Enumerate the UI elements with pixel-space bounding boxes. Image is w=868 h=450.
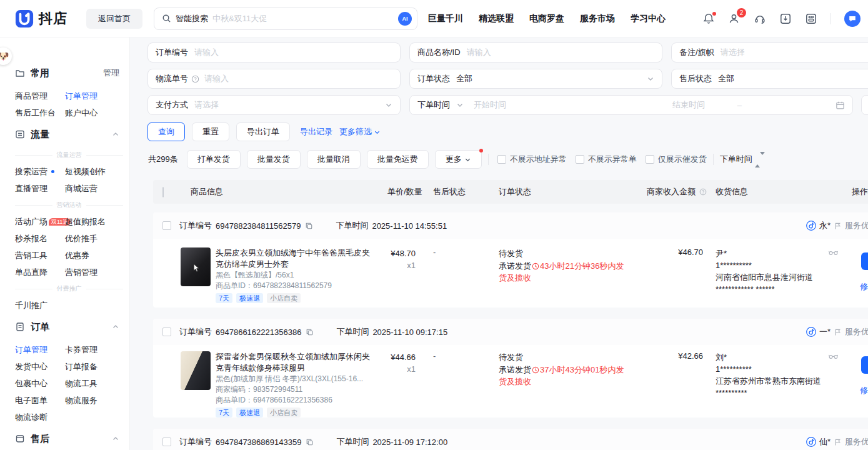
chevron-up-icon[interactable] (112, 323, 119, 331)
sidebar-item-aftersale-workbench[interactable]: 售后工作台 (15, 104, 65, 121)
hide-address-abnormal-checkbox[interactable]: 不展示地址异常 (497, 154, 567, 165)
calendar-icon[interactable] (836, 101, 845, 110)
product-image[interactable] (181, 248, 211, 286)
sidebar-item-ship-center[interactable]: 发货中心 (15, 358, 65, 375)
account-users-icon[interactable]: 2 (728, 12, 741, 25)
filter-clipped[interactable] (861, 95, 868, 115)
export-orders-button[interactable]: 导出订单 (236, 122, 290, 141)
sidebar-item-search-ops[interactable]: 搜索运营 (15, 163, 65, 180)
sidebar-item-order-report[interactable]: 订单报备 (65, 358, 123, 375)
download-center-icon[interactable] (779, 12, 792, 25)
end-time-placeholder[interactable]: 结束时间 (672, 99, 705, 111)
sidebar-item-youjia-tuishou[interactable]: 优价推手 (65, 230, 123, 247)
notification-bell-icon[interactable] (702, 12, 715, 25)
tag-7days: 7天 (216, 293, 232, 303)
manage-link[interactable]: 管理 (103, 68, 119, 79)
question-circle-icon[interactable] (191, 75, 199, 83)
only-urged-checkbox[interactable]: 仅展示催发货 (646, 154, 707, 165)
batch-free-shipping-button[interactable]: 批量免运费 (367, 150, 429, 169)
im-chat-icon[interactable] (844, 11, 861, 27)
filter-tracking-no[interactable]: 物流单号 请输入 (147, 69, 401, 89)
product-title[interactable]: 头层皮衣男立领加绒海宁中年爸爸黑毛皮夹克仿绵羊皮男士外套 (216, 248, 374, 270)
sidebar-item-package-center[interactable]: 包裹中心 (15, 375, 65, 392)
filter-payment[interactable]: 支付方式 请选择 (147, 95, 401, 115)
order-checkbox[interactable] (162, 221, 171, 230)
select-all-checkbox[interactable] (162, 187, 164, 198)
customer-service-icon[interactable] (754, 12, 766, 25)
menu-jingxuan-lianmeng[interactable]: 精选联盟 (479, 13, 514, 24)
order-card-body: 头层皮衣男立领加绒海宁中年爸爸黑毛皮夹克仿绵羊皮男士外套 黑色【甄选加绒】/56… (153, 239, 868, 310)
product-title[interactable]: 探雷者外套男保暖秋冬立领加绒加厚休闲夹克青年绒款修身棒球服男 (216, 351, 374, 374)
workbench-apps-icon[interactable] (805, 12, 817, 25)
app-logo[interactable]: 抖店 (15, 9, 67, 28)
query-button[interactable]: 查询 (147, 122, 185, 141)
modify-address-link[interactable]: 修 (860, 385, 868, 396)
sidebar-item-e-waybill[interactable]: 电子面单 (15, 392, 65, 409)
order-checkbox[interactable] (162, 328, 171, 336)
sidebar-item-qianchuan-promo[interactable]: 千川推广 (15, 297, 65, 314)
sidebar-item-logistics-diagnose[interactable]: 物流诊断 (15, 409, 65, 426)
ai-search-icon[interactable]: AI (398, 12, 412, 26)
nav-divider (831, 13, 831, 24)
sidebar-item-short-video[interactable]: 短视频创作 (65, 163, 123, 180)
income-cell: ¥46.70 (637, 248, 706, 257)
sidebar-item-mall-ops[interactable]: 商城运营 (65, 180, 123, 197)
modify-address-link[interactable]: 修 (860, 281, 868, 292)
filter-time-range[interactable]: 下单时间 开始时间 – 结束时间 (409, 95, 853, 115)
export-log-link[interactable]: 导出记录 (300, 126, 332, 138)
filter-aftersale-status[interactable]: 售后状态 全部 (671, 69, 868, 89)
search-placeholder: 中秋&双11大促 (212, 13, 398, 24)
flag-icon[interactable] (834, 438, 842, 446)
filter-order-status[interactable]: 订单状态 全部 (409, 69, 662, 89)
sidebar-item-marketing-tools[interactable]: 营销工具 (15, 247, 65, 264)
ship-action-button[interactable] (861, 356, 868, 374)
copy-icon[interactable] (306, 438, 314, 446)
reset-button[interactable]: 重置 (192, 122, 229, 141)
sidebar-item-logistics-tools[interactable]: 物流工具 (65, 375, 123, 392)
sidebar-item-logistics-service[interactable]: 物流服务 (65, 392, 123, 409)
promise-shipping: 承诺发货37小时43分钟01秒内发货及揽收 (499, 364, 631, 388)
sidebar-item-activity-plaza[interactable]: 活动广场双11返 (15, 213, 65, 230)
chevron-up-icon[interactable] (112, 131, 119, 138)
batch-ship-button[interactable]: 批量发货 (247, 150, 301, 169)
batch-cancel-button[interactable]: 批量取消 (307, 150, 361, 169)
order-time-sorter[interactable]: 下单时间 (720, 154, 765, 165)
sidebar-item-account-center[interactable]: 账户中心 (65, 104, 123, 121)
sidebar-item-coupon[interactable]: 优惠券 (65, 247, 123, 264)
product-image[interactable] (181, 351, 211, 390)
sidebar-item-live-manage[interactable]: 直播管理 (15, 180, 65, 197)
menu-juliang-qianchuan[interactable]: 巨量千川 (428, 13, 463, 24)
back-home-button[interactable]: 返回首页 (86, 9, 142, 29)
copy-icon[interactable] (305, 222, 313, 230)
chevron-down-icon[interactable] (456, 101, 464, 109)
sidebar-item-card-coupon[interactable]: 卡券管理 (65, 341, 123, 358)
filter-product[interactable]: 商品名称/ID 请输入 (409, 42, 662, 62)
hide-abnormal-order-checkbox[interactable]: 不展示异常单 (576, 154, 637, 165)
filter-order-no[interactable]: 订单编号 请输入 (147, 42, 401, 62)
more-filters-link[interactable]: 更多筛选 (339, 126, 381, 138)
menu-fuwu-shichang[interactable]: 服务市场 (580, 13, 615, 24)
more-button[interactable]: 更多 (435, 150, 482, 169)
chevron-up-icon[interactable] (112, 435, 119, 442)
copy-icon[interactable] (306, 328, 314, 336)
sidebar-item-chaozhi-signup[interactable]: 超值购报名 (65, 213, 123, 230)
filter-remark-flag[interactable]: 备注/旗帜 请选择 (671, 42, 868, 62)
sidebar-item-order-manage[interactable]: 订单管理 (65, 88, 123, 104)
sidebar-item-order-manage-2[interactable]: 订单管理 (15, 341, 65, 358)
search-input[interactable]: 智能搜索 中秋&双11大促 AI (154, 8, 417, 30)
print-ship-button[interactable]: 打单发货 (187, 150, 241, 169)
start-time-placeholder[interactable]: 开始时间 (474, 99, 506, 111)
order-checkbox[interactable] (162, 438, 171, 446)
sidebar-item-single-discount[interactable]: 单品直降 (15, 264, 65, 281)
sidebar-item-seckill-signup[interactable]: 秒杀报名 (15, 230, 65, 247)
privacy-glasses-icon[interactable] (829, 353, 838, 359)
flag-icon[interactable] (834, 328, 842, 336)
buyer-info: 仙* 服务优先 (806, 436, 868, 448)
menu-dianshang-luopan[interactable]: 电商罗盘 (529, 13, 564, 24)
privacy-glasses-icon[interactable] (829, 249, 838, 256)
flag-icon[interactable] (834, 222, 842, 230)
sidebar-item-marketing-manage[interactable]: 营销管理 (65, 264, 123, 281)
menu-xuexi-zhongxin[interactable]: 学习中心 (631, 13, 666, 24)
ship-action-button[interactable] (861, 252, 868, 270)
sidebar-item-product-manage[interactable]: 商品管理 (15, 88, 65, 104)
